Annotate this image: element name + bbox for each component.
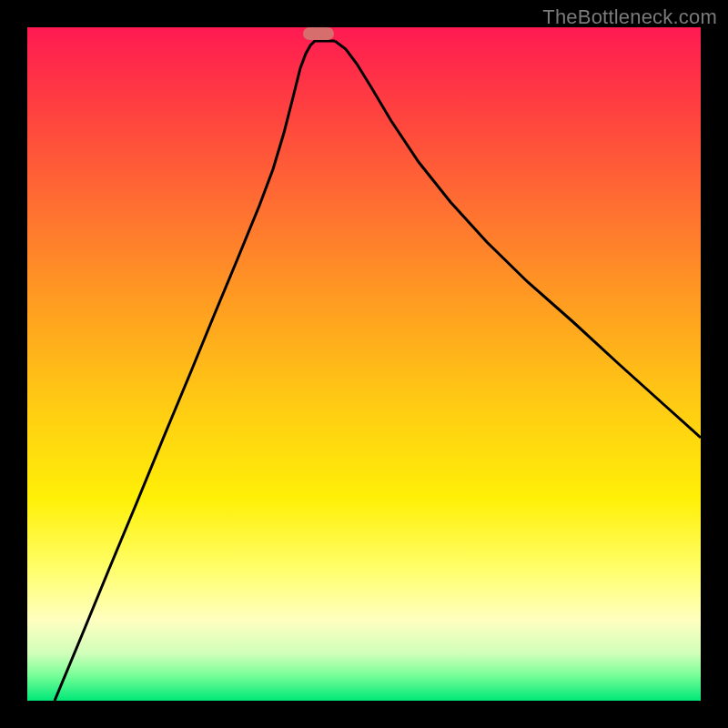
chart-curve <box>27 27 701 701</box>
bottleneck-marker <box>303 27 334 40</box>
watermark-text: TheBottleneck.com <box>542 5 717 29</box>
chart-frame <box>27 27 701 701</box>
curve-path-left <box>55 41 335 701</box>
curve-path-right <box>335 41 701 438</box>
